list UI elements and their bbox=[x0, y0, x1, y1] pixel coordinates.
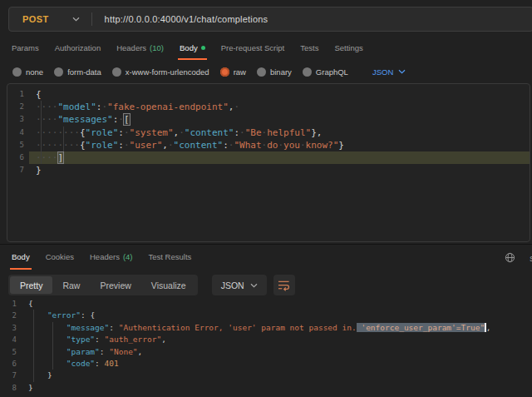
radio-form-data[interactable]: form-data bbox=[54, 67, 101, 77]
line-number: 8 bbox=[0, 382, 22, 394]
code-text: ····] bbox=[29, 151, 530, 164]
code-line[interactable]: 4 "type": "auth_error", bbox=[0, 334, 532, 345]
response-tab-test-results[interactable]: Test Results bbox=[147, 246, 194, 270]
line-number: 4 bbox=[7, 127, 29, 139]
code-text: } bbox=[22, 382, 532, 394]
response-tab-cookies[interactable]: Cookies bbox=[44, 246, 76, 270]
radio-x-www-form-urlencoded[interactable]: x-www-form-urlencoded bbox=[112, 67, 209, 77]
code-text: "message": "Authentication Error, 'user'… bbox=[22, 322, 532, 334]
view-pretty-button[interactable]: Pretty bbox=[10, 276, 52, 294]
radio-icon bbox=[257, 67, 266, 77]
response-body-viewer[interactable]: 1{2 "error": {3 "message": "Authenticati… bbox=[0, 296, 532, 397]
radio-icon bbox=[112, 67, 121, 77]
line-number: 1 bbox=[7, 88, 29, 101]
radio-graphql[interactable]: GraphQL bbox=[303, 67, 348, 77]
code-line[interactable]: 3····"messages":·[ bbox=[7, 113, 530, 126]
line-number: 4 bbox=[0, 334, 22, 345]
wrap-text-button[interactable] bbox=[273, 275, 295, 295]
view-raw-button[interactable]: Raw bbox=[52, 276, 90, 294]
globe-icon[interactable] bbox=[505, 252, 515, 263]
code-text: ····"model":·"fake-openai-endpoint",· bbox=[29, 101, 530, 113]
tab-settings[interactable]: Settings bbox=[332, 37, 364, 60]
headers-count: (10) bbox=[150, 43, 164, 52]
code-line[interactable]: 3 "message": "Authentication Error, 'use… bbox=[0, 322, 532, 334]
code-text: } bbox=[29, 164, 530, 176]
line-number: 1 bbox=[0, 298, 22, 310]
code-line[interactable]: 5········{"role":·"user",·"content":·"Wh… bbox=[7, 139, 530, 151]
chevron-down-icon bbox=[398, 69, 406, 74]
line-number: 3 bbox=[7, 113, 29, 126]
radio-none[interactable]: none bbox=[12, 67, 43, 77]
code-text: "param": "None", bbox=[22, 346, 532, 358]
code-text: ····"messages":·[ bbox=[29, 113, 530, 126]
code-line[interactable]: 7} bbox=[7, 164, 530, 176]
radio-icon bbox=[54, 67, 63, 77]
method-label: POST bbox=[22, 14, 49, 24]
radio-raw[interactable]: raw bbox=[220, 67, 246, 77]
code-text: "error": { bbox=[22, 310, 532, 321]
wrap-text-icon bbox=[278, 280, 290, 291]
code-line[interactable]: 6····] bbox=[7, 151, 530, 164]
code-line[interactable]: 2····"model":·"fake-openai-endpoint",· bbox=[7, 101, 530, 113]
response-headers-count: (4) bbox=[123, 252, 133, 261]
request-url-bar: POST http://0.0.0.0:4000/v1/chat/complet… bbox=[8, 7, 532, 32]
response-tabs: Body Cookies Headers(4) Test Results bbox=[0, 246, 532, 270]
tab-pre-request-script[interactable]: Pre-request Script bbox=[219, 37, 287, 60]
indent-guide bbox=[63, 127, 64, 151]
radio-icon bbox=[303, 67, 312, 77]
tab-authorization[interactable]: Authorization bbox=[53, 37, 102, 60]
code-text: "type": "auth_error", bbox=[22, 334, 532, 345]
indent-guide bbox=[41, 101, 42, 164]
code-text: ········{"role":·"system",·"content":·"B… bbox=[29, 127, 530, 139]
response-language-selector[interactable]: JSON bbox=[212, 275, 267, 295]
code-text: ········{"role":·"user",·"content":·"Wha… bbox=[29, 139, 530, 151]
response-toolbar: Pretty Raw Preview Visualize JSON bbox=[8, 275, 295, 295]
code-line[interactable]: 1{ bbox=[0, 298, 532, 310]
request-body-editor[interactable]: 1{2····"model":·"fake-openai-endpoint",·… bbox=[7, 83, 530, 242]
line-number: 3 bbox=[0, 322, 22, 334]
line-number: 2 bbox=[7, 101, 29, 113]
request-language-selector[interactable]: JSON bbox=[372, 67, 406, 77]
indent-guide bbox=[33, 310, 34, 381]
tab-tests[interactable]: Tests bbox=[298, 37, 320, 60]
chevron-down-icon bbox=[72, 17, 80, 22]
response-divider bbox=[0, 244, 532, 245]
radio-selected-icon bbox=[220, 67, 229, 77]
view-visualize-button[interactable]: Visualize bbox=[141, 276, 196, 294]
code-line[interactable]: 4········{"role":·"system",·"content":·"… bbox=[7, 127, 530, 139]
method-selector[interactable]: POST bbox=[9, 14, 91, 24]
body-modified-dot bbox=[201, 46, 205, 50]
indent-guide bbox=[52, 322, 53, 370]
code-text: { bbox=[29, 88, 530, 101]
code-text: "code": 401 bbox=[22, 358, 532, 370]
tab-headers[interactable]: Headers(10) bbox=[115, 37, 165, 60]
code-line[interactable]: 7 } bbox=[0, 370, 532, 381]
line-number: 2 bbox=[0, 310, 22, 321]
response-tab-headers[interactable]: Headers(4) bbox=[88, 246, 135, 270]
radio-icon bbox=[12, 67, 22, 77]
code-line[interactable]: 2 "error": { bbox=[0, 310, 532, 321]
view-mode-group: Pretty Raw Preview Visualize bbox=[8, 275, 198, 295]
radio-binary[interactable]: binary bbox=[257, 67, 292, 77]
line-number: 7 bbox=[0, 370, 22, 381]
view-preview-button[interactable]: Preview bbox=[90, 276, 140, 294]
code-text: } bbox=[22, 370, 532, 381]
code-line[interactable]: 6 "code": 401 bbox=[0, 358, 532, 370]
url-input[interactable]: http://0.0.0.0:4000/v1/chat/completions bbox=[105, 14, 268, 24]
request-tabs: Params Authorization Headers(10) Body Pr… bbox=[0, 37, 532, 60]
tab-params[interactable]: Params bbox=[10, 37, 41, 60]
chevron-down-icon bbox=[250, 283, 258, 288]
code-text: { bbox=[22, 298, 532, 310]
code-line[interactable]: 5 "param": "None", bbox=[0, 346, 532, 358]
line-number: 5 bbox=[7, 139, 29, 151]
divider bbox=[91, 12, 92, 26]
code-line[interactable]: 8} bbox=[0, 382, 532, 394]
selected-text: 'enforce_user_param'=True" bbox=[357, 323, 485, 332]
code-line[interactable]: 1{ bbox=[7, 88, 530, 101]
response-tab-body[interactable]: Body bbox=[10, 246, 32, 270]
line-number: 6 bbox=[0, 358, 22, 370]
line-number: 6 bbox=[7, 151, 29, 164]
body-type-row: none form-data x-www-form-urlencoded raw… bbox=[0, 60, 532, 83]
tab-body[interactable]: Body bbox=[178, 37, 207, 60]
line-number: 5 bbox=[0, 346, 22, 358]
